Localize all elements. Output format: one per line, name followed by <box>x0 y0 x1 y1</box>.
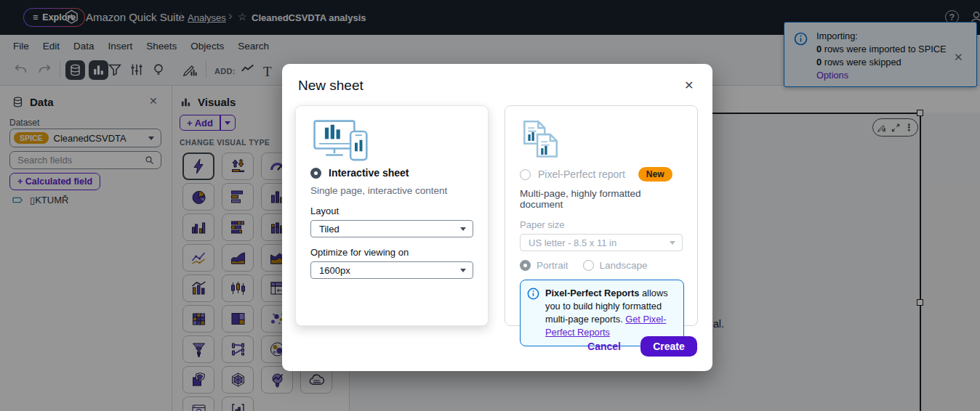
info-icon <box>527 288 539 300</box>
paper-size-select: US letter - 8.5 x 11 in <box>520 234 683 251</box>
interactive-sheet-illustration <box>310 119 473 164</box>
quick-suite-app: ≡ Explore Amazon Quick Suite | Analyses … <box>0 0 980 411</box>
info-text: Pixel-Perfect Reports allows you to buil… <box>545 287 676 339</box>
landscape-label: Landscape <box>600 260 648 271</box>
chevron-down-icon <box>670 241 675 245</box>
portrait-label: Portrait <box>537 260 569 271</box>
monitor-phone-icon <box>310 119 377 163</box>
layout-value: Tiled <box>319 224 340 235</box>
paper-size-value: US letter - 8.5 x 11 in <box>529 237 616 248</box>
interactive-sheet-description: Single page, interactive content <box>310 185 473 196</box>
orientation-options: Portrait Landscape <box>520 260 683 271</box>
paper-size-label: Paper size <box>520 219 683 230</box>
interactive-sheet-option[interactable]: Interactive sheet <box>310 167 473 179</box>
optimize-value: 1600px <box>319 265 350 276</box>
report-illustration <box>520 119 683 164</box>
layout-label: Layout <box>310 206 473 216</box>
optimize-select[interactable]: 1600px <box>310 261 473 279</box>
pixel-perfect-report-label: Pixel-Perfect report <box>538 168 625 180</box>
interactive-sheet-card[interactable]: Interactive sheet Single page, interacti… <box>295 105 489 326</box>
pixel-perfect-report-radio <box>520 169 531 180</box>
chevron-down-icon <box>460 269 466 272</box>
report-pages-icon <box>520 119 568 163</box>
interactive-sheet-label: Interactive sheet <box>329 167 409 179</box>
optimize-label: Optimize for viewing on <box>310 247 473 258</box>
create-button[interactable]: Create <box>640 336 697 357</box>
report-description: Multi-page, highly formatted document <box>520 188 683 210</box>
pixel-perfect-report-card[interactable]: Pixel-Perfect report New Multi-page, hig… <box>505 105 698 326</box>
modal-title: New sheet <box>298 78 364 94</box>
pixel-perfect-report-option[interactable]: Pixel-Perfect report New <box>520 167 683 182</box>
new-sheet-modal: New sheet ✕ Interac <box>282 64 712 371</box>
landscape-radio <box>583 260 594 271</box>
chevron-down-icon <box>460 227 466 231</box>
modal-footer: Cancel Create <box>587 336 697 357</box>
new-badge: New <box>638 167 672 182</box>
close-icon[interactable]: ✕ <box>684 78 694 92</box>
layout-select[interactable]: Tiled <box>310 220 473 237</box>
portrait-radio <box>520 260 531 271</box>
interactive-sheet-radio[interactable] <box>310 168 321 179</box>
cancel-button[interactable]: Cancel <box>587 341 621 352</box>
